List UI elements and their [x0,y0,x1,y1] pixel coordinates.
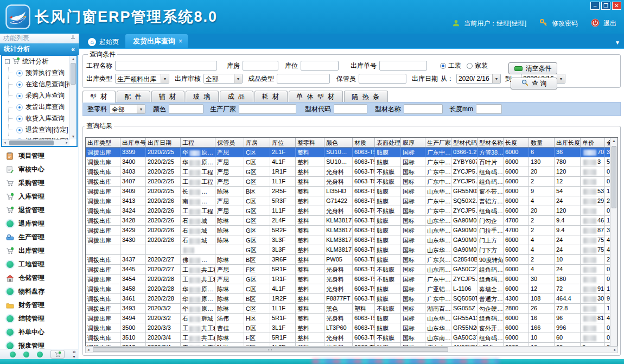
table-row[interactable]: 调拨出库34292020/2/26石城陈琳G区5R2F整料KLM38176063… [86,226,610,235]
sidebar-item[interactable]: 工地管理 [0,258,79,271]
material-tab[interactable]: 配 件 [117,91,150,102]
tab-list-dropdown-icon[interactable]: ▼ [615,40,620,46]
sidebar-item[interactable]: 审核中心 [0,163,79,176]
sidebar-item[interactable]: 物料盘存 [0,285,79,298]
sidebar-item[interactable]: 退库管理 [0,217,79,231]
tree-item[interactable]: 退库管理[待定] [2,136,69,139]
column-header[interactable]: 单价 [581,138,605,147]
scrollbar-thumb[interactable] [93,347,448,352]
column-header[interactable]: 型材名称 [477,138,504,147]
tab-home[interactable]: ⌂ 起始页 [81,35,125,48]
table-row[interactable]: 调拨出库34002020/2/25华原…严思C区4L1F整料SU10…6063-… [86,157,610,167]
scroll-left-icon[interactable]: ◂ [87,348,90,352]
column-header[interactable]: 库位 [270,138,296,147]
tree-item[interactable]: 预算执行查询 [2,67,69,79]
color-input[interactable] [169,104,203,114]
column-header[interactable]: 数量 [529,138,555,147]
material-tab[interactable]: 辅 材 [151,91,184,102]
column-header[interactable]: 出库长度 [555,138,581,147]
length-mm-input[interactable] [476,104,502,114]
radio-home-install[interactable]: 家装 [467,61,488,71]
table-row[interactable]: 调拨出库34242020/2/26工工程严思G区1L1F整料光身料6063-T5… [86,206,610,216]
table-row[interactable]: 调拨出库34302020/2/26石城陈琳G区3L3F整料KLM38176063… [86,235,610,245]
table-row[interactable]: 调拨出库34072020/2/25工工程严思G区1L1F整料光身料6063-T5… [86,177,610,187]
column-header[interactable]: 生产厂家 [425,138,451,147]
table-row[interactable]: 调拨出库34452020/2/27工共工程严思F区5R1F整料光身料6063-T… [86,265,610,274]
warehouse-input[interactable] [243,61,278,71]
table-row[interactable]: 调拨出库34032020/2/25工工程严思G区1R1F整料光身料6063-T5… [86,167,610,177]
profile-code-input[interactable] [334,104,367,114]
tab-shipment-outbound-query[interactable]: 发货出库查询 × [125,34,188,48]
table-row[interactable]: 调拨出库34372020/2/27佛…陈琳B区3R6F整料PW056063-T5… [86,255,610,265]
change-password-link[interactable]: 修改密码 [552,19,578,28]
table-row[interactable]: 调拨出库34282020/2/26石城陈琳G区2L4F整料KLM38176063… [86,216,610,226]
material-tab[interactable]: 成 品 [220,91,253,102]
column-header[interactable]: 膜厚 [401,138,425,147]
table-row[interactable]: G区3L3F整料KLM38176063-T5贴膜国标山东华…GA90M09.门下… [86,245,610,255]
column-header[interactable]: 长度 [504,138,529,147]
outbound-audit-select[interactable]: 全部▼ [203,74,243,84]
radio-work-install[interactable]: 工装 [440,61,461,71]
tree-item[interactable]: 退货查询[待定] [2,124,69,136]
minimize-button[interactable]: – [590,2,600,10]
scrollbar-thumb[interactable] [612,146,616,208]
material-tab[interactable]: 单 体 型 材 [289,91,343,102]
column-header[interactable]: 出库日期 [146,138,181,147]
column-header[interactable]: 工程 [181,138,215,147]
table-row[interactable]: 调拨出库34132020/2/26南…严思C区5R3F整料G714226063-… [86,196,610,206]
tree-item[interactable]: 在途信息查询[待 [2,79,69,90]
clear-conditions-button[interactable]: 清空条件 [508,62,557,74]
table-row[interactable]: 调拨出库34542020/2/28工共工程严思G区1R1F整料光身料6063-T… [86,274,610,284]
sidebar-item[interactable]: 入库管理 [0,190,79,203]
dot-icon[interactable] [37,352,43,357]
collapse-icon[interactable]: « [71,46,75,53]
scroll-up-icon[interactable]: ▲ [610,139,617,143]
scroll-left-icon[interactable]: ◂ [4,141,6,145]
grid-vertical-scrollbar[interactable]: ▲ ▼ [610,138,617,352]
tree-item[interactable]: 收货入库查询 [2,113,69,124]
column-header[interactable]: 表面处理 [375,138,401,147]
scroll-down-icon[interactable]: ▼ [70,135,77,138]
location-input[interactable] [301,61,339,71]
tree-item[interactable]: 采购入库查询 [2,90,69,101]
dot-icon[interactable] [10,352,16,357]
sidebar-item[interactable]: 财务管理 [0,298,79,312]
table-row[interactable]: 调拨出库34932020/3/2华原…陈琳C区1L1F整料黑色塑料不贴膜国标湖南… [86,304,610,314]
keeper-input[interactable] [359,74,406,84]
column-header[interactable]: 金额 [605,138,610,147]
overflow-chevron[interactable]: »▼ [72,349,76,359]
sidebar-item[interactable]: 采购管理 [0,176,79,190]
column-header[interactable]: 颜色 [324,138,353,147]
profile-name-input[interactable] [404,104,443,114]
tree-horizontal-scrollbar[interactable]: ◂ ▸ [2,139,69,146]
project-name-input[interactable] [115,61,217,71]
column-header[interactable]: 出库单号 [120,138,146,147]
tree-expander-icon[interactable]: - [5,59,10,64]
sidebar-item[interactable]: 补单中心 [0,325,79,339]
outbound-type-select[interactable]: 生产领料出库▼ [115,74,169,84]
table-row[interactable]: 调拨出库34582020/2/28华原…陈琳C区4L1F整料光身料6063-T5… [86,284,610,294]
scroll-right-icon[interactable]: ▸ [66,141,68,145]
scrollbar-thumb[interactable] [9,141,54,145]
sidebar-item[interactable]: 出库管理 [0,244,79,258]
search-button[interactable]: 查 询 [511,78,557,90]
column-header[interactable]: 保管员 [215,138,244,147]
material-tab[interactable]: 隔 热 条 [344,91,388,102]
logout-link[interactable]: 退出 [603,19,616,28]
dot-icon[interactable] [23,352,29,357]
table-row[interactable]: 调拨出库34942020/3/2石辉城汤伟H区5R1F整料光身料6063-T5贴… [86,314,610,323]
grid-horizontal-scrollbar[interactable]: ◂ ▸ [85,346,618,353]
material-tab[interactable]: 玻 璃 [186,91,219,102]
column-header[interactable]: 出库类型 [86,138,120,147]
column-header[interactable]: 材质 [353,138,375,147]
sidebar-group-header[interactable]: 统计分析 « [0,43,79,55]
tree-item[interactable]: 发货出库查询 [2,101,69,113]
sidebar-item[interactable]: 生产管理 [0,231,79,244]
scrollbar-thumb[interactable] [71,63,76,85]
pin-icon[interactable] [71,35,75,42]
sidebar-item[interactable]: 仓储管理 [0,271,79,285]
table-row[interactable]: 调拨出库34612020/2/28华原…陈琳B区1R2F整料F8877FT606… [86,294,610,304]
manufacturer-input[interactable] [239,104,296,114]
tree-root[interactable]: - 统计分析 [2,56,69,67]
scroll-up-icon[interactable]: ▲ [70,57,77,61]
